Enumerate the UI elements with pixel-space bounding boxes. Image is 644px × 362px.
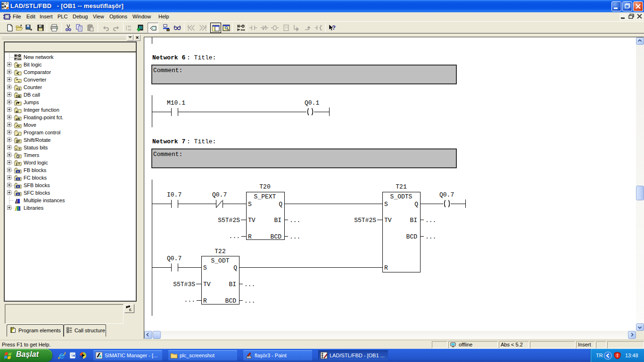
svg-text:BI: BI <box>410 217 417 224</box>
svg-text:10: 10 <box>128 28 132 32</box>
svg-text:S: S <box>384 201 388 208</box>
svg-text:⌟r: ⌟r <box>16 132 19 136</box>
svg-text:TV: TV <box>248 217 256 224</box>
svg-text:R: R <box>248 233 252 240</box>
svg-text:Q0.7: Q0.7 <box>212 191 227 198</box>
svg-text:: Title:: : Title: <box>187 54 216 61</box>
svg-text:S: S <box>203 264 207 272</box>
svg-text:S: S <box>248 201 252 208</box>
svg-text:T20: T20 <box>259 183 270 190</box>
svg-text:Q: Q <box>279 201 282 208</box>
svg-text:??: ?? <box>285 26 289 29</box>
svg-text:I0.7: I0.7 <box>167 191 182 198</box>
svg-text:?: ? <box>332 24 336 31</box>
svg-text:Q: Q <box>414 201 418 208</box>
svg-text:TV: TV <box>384 217 392 224</box>
svg-text:T22: T22 <box>215 248 225 255</box>
svg-text:Comment:: Comment: <box>153 151 182 158</box>
svg-text:T21: T21 <box>396 183 407 190</box>
svg-text:DB: DB <box>16 95 21 98</box>
svg-text:S_PEXT: S_PEXT <box>254 193 276 200</box>
svg-text:...: ... <box>289 217 300 224</box>
svg-text:S5T#3S: S5T#3S <box>173 281 195 288</box>
svg-text:Comment:: Comment: <box>153 67 182 74</box>
svg-text:M10.1: M10.1 <box>167 99 185 107</box>
svg-text:S5T#2S: S5T#2S <box>354 217 376 224</box>
svg-text:TV: TV <box>203 281 211 288</box>
svg-text:⊢?: ⊢? <box>16 148 20 151</box>
svg-text:S5T#2S: S5T#2S <box>218 217 240 224</box>
svg-text:...: ... <box>184 296 195 304</box>
svg-text:S_ODT: S_ODT <box>211 257 229 264</box>
svg-text:Q0.7: Q0.7 <box>167 255 182 262</box>
svg-text:Q0.1: Q0.1 <box>305 99 319 107</box>
svg-text:BCD: BCD <box>271 233 282 240</box>
svg-text:±R: ±R <box>16 117 20 121</box>
svg-text:...: ... <box>244 281 255 288</box>
svg-text:BCD: BCD <box>406 233 418 240</box>
svg-text:Network 6: Network 6 <box>152 54 185 61</box>
svg-text:Q0.7: Q0.7 <box>439 191 454 198</box>
svg-text:: Title:: : Title: <box>187 138 216 145</box>
svg-text:BI: BI <box>274 217 281 224</box>
svg-text:BI: BI <box>229 281 236 288</box>
svg-text:...: ... <box>244 297 255 304</box>
svg-text:Network 7: Network 7 <box>152 138 185 145</box>
svg-text:R: R <box>203 297 207 304</box>
svg-text:Q: Q <box>233 264 237 272</box>
svg-text:...: ... <box>425 217 436 224</box>
svg-text:BCD: BCD <box>225 297 237 304</box>
svg-text:...: ... <box>289 233 300 240</box>
svg-text:01: 01 <box>128 25 132 28</box>
svg-text:±I: ±I <box>16 109 18 114</box>
svg-text:...: ... <box>425 233 436 240</box>
svg-text:+1: +1 <box>16 87 20 91</box>
svg-text:S_ODTS: S_ODTS <box>390 193 413 200</box>
svg-text:...: ... <box>229 233 240 240</box>
svg-text:R: R <box>384 264 388 272</box>
